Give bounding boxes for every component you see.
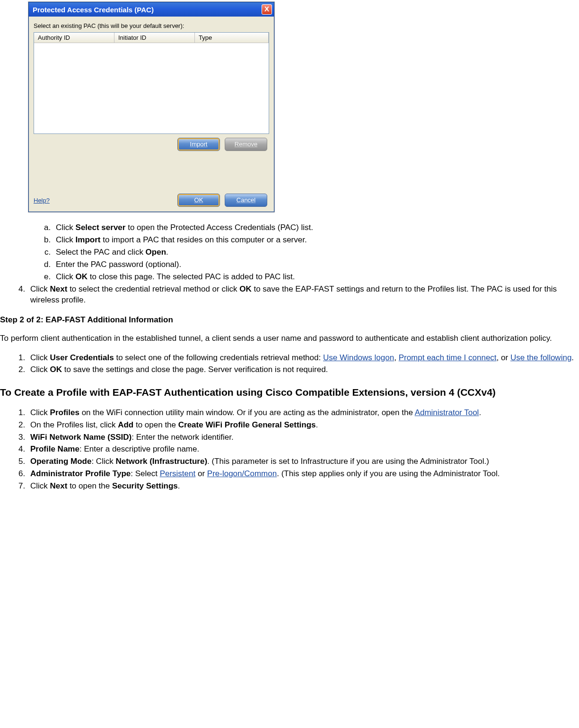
link-administrator-tool[interactable]: Administrator Tool <box>415 408 479 417</box>
list-item: Click Next to open the Security Settings… <box>27 481 579 492</box>
list-item: On the Profiles list, click Add to open … <box>27 420 579 431</box>
link-persistent[interactable]: Persistent <box>160 469 196 478</box>
titlebar: Protected Access Credentials (PAC) X <box>29 2 274 17</box>
list-item: Enter the PAC password (optional). <box>53 259 579 270</box>
substep-list: Click Select server to open the Protecte… <box>0 222 579 283</box>
list-item: Click OK to close this page. The selecte… <box>53 272 579 283</box>
link-prompt-each-time[interactable]: Prompt each time I connect <box>399 353 497 362</box>
list-item: Click Select server to open the Protecte… <box>53 222 579 233</box>
list-item: Operating Mode: Click Network (Infrastru… <box>27 456 579 467</box>
list-item: Click Next to select the credential retr… <box>27 284 579 306</box>
link-use-the-following[interactable]: Use the following <box>510 353 571 362</box>
list-item: Click Import to import a PAC that reside… <box>53 235 579 246</box>
list-item: Select the PAC and click Open. <box>53 247 579 258</box>
ccxv4-list: Click Profiles on the WiFi connection ut… <box>0 408 579 492</box>
column-type[interactable]: Type <box>195 33 269 43</box>
remove-button[interactable]: Remove <box>225 138 267 151</box>
dialog-title: Protected Access Credentials (PAC) <box>33 6 262 14</box>
close-icon[interactable]: X <box>262 4 272 15</box>
import-button[interactable]: Import <box>177 138 220 151</box>
list-item: Click OK to save the settings and close … <box>27 364 579 375</box>
pac-table[interactable]: Authority ID Initiator ID Type <box>34 32 269 134</box>
section-heading: To Create a Profile with EAP-FAST Authen… <box>0 386 579 399</box>
list-item: Profile Name: Enter a descriptive profil… <box>27 444 579 455</box>
column-initiator-id[interactable]: Initiator ID <box>114 33 195 43</box>
pac-dialog: Protected Access Credentials (PAC) X Sel… <box>28 2 274 212</box>
column-authority-id[interactable]: Authority ID <box>34 33 114 43</box>
link-prelogon-common[interactable]: Pre-logon/Common <box>207 469 277 478</box>
continued-list: Click Next to select the credential retr… <box>0 284 579 306</box>
cancel-button[interactable]: Cancel <box>225 194 267 207</box>
step2-list: Click User Credentials to select one of … <box>0 353 579 376</box>
step-paragraph: To perform client authentication in the … <box>0 333 579 344</box>
select-pac-label: Select an existing PAC (this will be you… <box>34 22 269 29</box>
ok-button[interactable]: OK <box>177 194 220 207</box>
link-use-windows-logon[interactable]: Use Windows logon <box>323 353 394 362</box>
step-heading: Step 2 of 2: EAP-FAST Additional Informa… <box>0 315 579 325</box>
list-item: Click User Credentials to select one of … <box>27 353 579 364</box>
list-item: Administrator Profile Type: Select Persi… <box>27 469 579 479</box>
help-link[interactable]: Help? <box>34 197 50 204</box>
list-item: WiFi Network Name (SSID): Enter the netw… <box>27 432 579 443</box>
list-item: Click Profiles on the WiFi connection ut… <box>27 408 579 418</box>
